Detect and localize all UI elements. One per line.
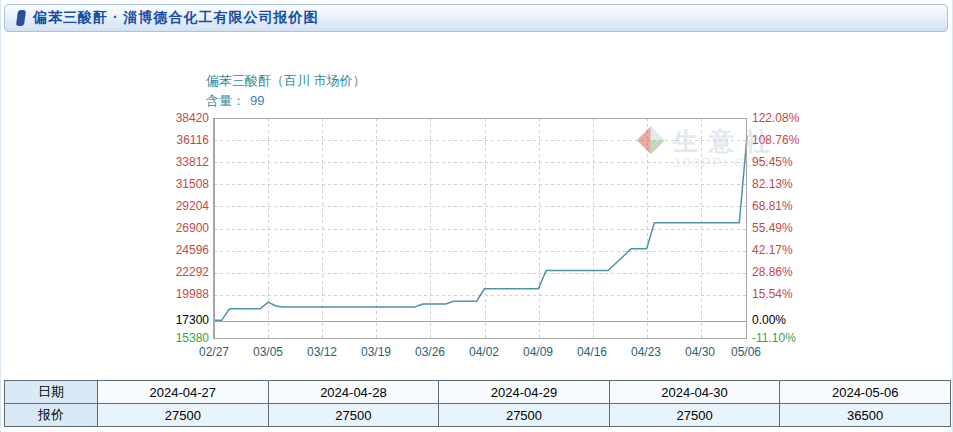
quote-date-cell: 2024-04-30 <box>609 381 780 404</box>
y-axis-percent-label: 82.13% <box>752 177 816 191</box>
watermark-logo-icon <box>651 126 665 140</box>
table-row: 日期2024-04-272024-04-282024-04-292024-04-… <box>5 381 951 404</box>
y-axis-price-label: 17300 <box>157 313 209 327</box>
y-axis-price-label: 19988 <box>157 287 209 301</box>
x-axis-date-label: 04/02 <box>456 345 512 359</box>
quote-price-cell: 27500 <box>268 404 439 427</box>
y-axis-price-label: 29204 <box>157 199 209 213</box>
quote-table: 日期2024-04-272024-04-282024-04-292024-04-… <box>4 380 951 427</box>
quote-date-cell: 2024-05-06 <box>780 381 951 404</box>
y-axis-price-label: 31508 <box>157 177 209 191</box>
y-axis-percent-label: -11.10% <box>752 331 816 345</box>
table-row-label: 日期 <box>5 381 98 404</box>
x-axis-date-label: 03/26 <box>402 345 458 359</box>
y-axis-price-label: 26900 <box>157 221 209 235</box>
table-row-label: 报价 <box>5 404 98 427</box>
grid-lines <box>214 118 747 338</box>
y-axis-percent-label: 122.08% <box>752 111 816 125</box>
x-axis-date-label: 02/27 <box>186 345 242 359</box>
y-axis-price-label: 24596 <box>157 243 209 257</box>
y-axis-percent-label: 0.00% <box>752 313 816 327</box>
table-row: 报价2750027500275002750036500 <box>5 404 951 427</box>
header-bar: 偏苯三酸酐 · 淄博德合化工有限公司报价图 <box>4 4 948 32</box>
chart-subtitle: 含量：99 <box>206 92 264 110</box>
chart-title: 偏苯三酸酐（百川 市场价） <box>206 72 366 90</box>
quote-price-cell: 27500 <box>439 404 610 427</box>
y-axis-percent-label: 28.86% <box>752 265 816 279</box>
x-axis-date-label: 03/12 <box>294 345 350 359</box>
y-axis-price-label: 33812 <box>157 155 209 169</box>
watermark-logo-icon <box>651 140 665 154</box>
plot-area: 生 意 社 100PPI.COM <box>214 118 748 339</box>
y-axis-percent-label: 42.17% <box>752 243 816 257</box>
y-axis-price-label: 22292 <box>157 265 209 279</box>
x-axis-date-label: 04/23 <box>618 345 674 359</box>
x-axis-date-label: 03/19 <box>348 345 404 359</box>
quote-date-cell: 2024-04-27 <box>98 381 269 404</box>
y-axis-percent-label: 95.45% <box>752 155 816 169</box>
y-axis-percent-label: 68.81% <box>752 199 816 213</box>
quote-date-cell: 2024-04-29 <box>439 381 610 404</box>
title-bullet-icon <box>16 10 26 26</box>
quote-date-cell: 2024-04-28 <box>268 381 439 404</box>
x-axis-date-label: 03/05 <box>240 345 296 359</box>
x-axis-date-label: 04/09 <box>510 345 566 359</box>
y-axis-price-label: 38420 <box>157 111 209 125</box>
content-value: 99 <box>250 93 264 108</box>
quote-price-cell: 36500 <box>780 404 951 427</box>
x-axis-date-label: 04/16 <box>564 345 620 359</box>
watermark-logo-icon <box>637 126 651 154</box>
quote-price-cell: 27500 <box>609 404 780 427</box>
y-axis-price-label: 36116 <box>157 133 209 147</box>
content-label: 含量： <box>206 93 245 108</box>
x-axis-date-label: 05/06 <box>718 345 774 359</box>
y-axis-price-label: 15380 <box>157 331 209 345</box>
y-axis-percent-label: 55.49% <box>752 221 816 235</box>
y-axis-percent-label: 108.76% <box>752 133 816 147</box>
quote-price-cell: 27500 <box>98 404 269 427</box>
y-axis-percent-label: 15.54% <box>752 287 816 301</box>
page-title: 偏苯三酸酐 · 淄博德合化工有限公司报价图 <box>33 9 318 27</box>
